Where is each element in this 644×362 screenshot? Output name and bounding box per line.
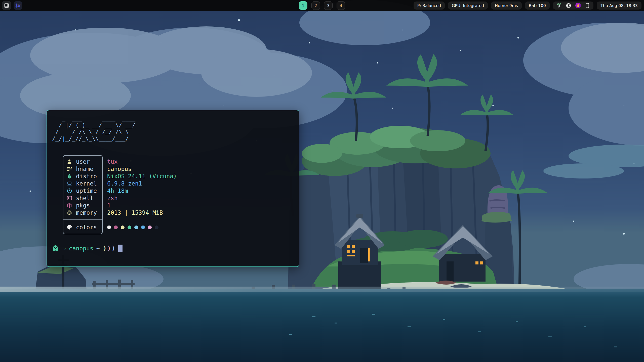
workspace-3[interactable]: 3 (324, 1, 333, 10)
battery-indicator[interactable]: Bat: 100 (525, 2, 550, 10)
fetch-row-colors: colors (63, 223, 102, 232)
value-memory: 2013 | 15394 MiB (107, 209, 177, 216)
terminal-window[interactable]: _ ___ ____ ____ / |/ (_)_ __/ __ \/ __/ … (47, 110, 299, 267)
gpu-indicator[interactable]: GPU: Integrated (448, 2, 488, 10)
scissors-icon[interactable] (556, 3, 562, 8)
workspace-1[interactable]: 1 (299, 1, 307, 10)
flame-icon[interactable] (575, 3, 581, 9)
app-grid-icon (4, 3, 9, 8)
app-grid-button[interactable] (2, 1, 11, 10)
ghost-icon (52, 245, 59, 252)
palette-dot (114, 225, 118, 229)
fetch-row-memory: memory (63, 209, 102, 216)
value-hname: canopus (107, 165, 177, 172)
sw-logo-icon: $W (15, 3, 20, 8)
fetch-labels-box: user hname distro kernel uptime (63, 155, 103, 234)
value-kernel: 6.9.8-zen1 (107, 180, 177, 187)
value-distro: NixOS 24.11 (Vicuna) (107, 172, 177, 180)
palette-dot (148, 225, 152, 229)
text-cursor[interactable] (118, 245, 123, 252)
clock-icon (67, 188, 72, 194)
fetch-row-shell: shell (63, 194, 102, 202)
value-pkgs: 1 (107, 202, 177, 209)
palette-dot (128, 225, 131, 229)
package-icon (67, 203, 72, 208)
palette-dot (121, 225, 125, 229)
palette-icon (67, 224, 72, 230)
home-latency-indicator[interactable]: Home: 9ms (491, 2, 522, 10)
fetch-row-user: user (63, 158, 102, 165)
sw-logo-button[interactable]: $W (14, 1, 22, 10)
fetch-row-distro: distro (63, 172, 102, 180)
memory-icon (67, 210, 72, 215)
top-bar: $W 1 2 3 4 P: Balanced GPU: Integrated H… (0, 0, 644, 11)
value-user: tux (107, 158, 177, 165)
palette-dots (107, 223, 177, 232)
fetch-divider (63, 219, 102, 220)
palette-dot (107, 225, 111, 229)
value-shell: zsh (107, 194, 177, 202)
laptop-icon (67, 181, 72, 186)
workspace-switcher: 1 2 3 4 (299, 1, 345, 10)
hostname-icon (67, 166, 72, 172)
value-uptime: 4h 18m (107, 187, 177, 194)
prompt-arrow: → (62, 245, 66, 252)
fetch-info: user hname distro kernel uptime (63, 155, 294, 234)
clock-indicator[interactable]: Thu Aug 08, 18:33 (597, 2, 641, 10)
workspace-2[interactable]: 2 (311, 1, 320, 10)
power-profile-indicator[interactable]: P: Balanced (414, 2, 445, 10)
fetch-row-hname: hname (63, 165, 102, 172)
phone-icon[interactable] (585, 3, 590, 8)
palette-dot (134, 225, 138, 229)
ascii-logo: _ ___ ____ ____ / |/ (_)_ __/ __ \/ __/ … (52, 115, 294, 142)
system-tray (553, 2, 593, 10)
palette-dot (141, 225, 145, 229)
prompt-host: canopus (69, 245, 93, 252)
bluetooth-icon[interactable] (566, 3, 571, 8)
fetch-row-uptime: uptime (63, 187, 102, 194)
penguin-icon (67, 173, 72, 179)
workspace-4[interactable]: 4 (337, 1, 345, 10)
user-icon (67, 159, 72, 164)
palette-dot (155, 225, 158, 229)
shell-prompt[interactable]: → canopus ~ ))) (52, 245, 123, 252)
fetch-row-kernel: kernel (63, 180, 102, 187)
prompt-path: ~ (96, 245, 100, 252)
terminal-icon (67, 195, 72, 201)
fetch-values: tux canopus NixOS 24.11 (Vicuna) 6.9.8-z… (107, 155, 177, 234)
prompt-chevrons: ))) (103, 245, 116, 252)
fetch-row-pkgs: pkgs (63, 202, 102, 209)
